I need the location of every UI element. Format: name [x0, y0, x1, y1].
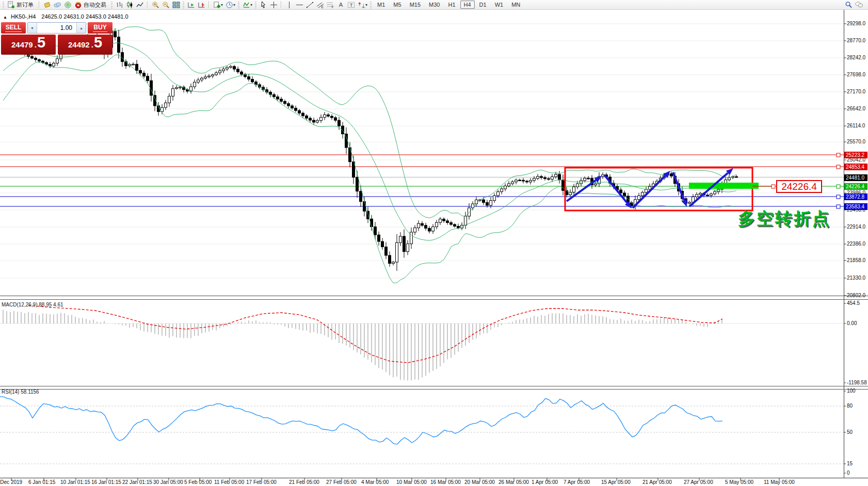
candle: [443, 217, 445, 222]
axis-tick-label: 21858.0: [847, 257, 865, 263]
timeframe-button-m15[interactable]: M15: [406, 1, 424, 9]
timeframe-button-h4[interactable]: H4: [460, 1, 475, 9]
sell-button[interactable]: SELL: [1, 22, 26, 34]
period-icon[interactable]: [224, 1, 234, 9]
candle: [349, 142, 351, 167]
buy-price-pips: 5: [94, 35, 102, 50]
crosshair-icon[interactable]: [268, 1, 279, 9]
candle: [511, 180, 514, 185]
chart-symbol: HK50-,H4: [11, 13, 36, 20]
axis-tick-label: 28770.0: [847, 38, 865, 43]
candle: [688, 201, 691, 204]
candle: [522, 178, 525, 184]
chat-icon[interactable]: [854, 1, 864, 9]
sell-price-dot: .: [35, 40, 37, 49]
sell-price-tile[interactable]: 24479 . 5: [1, 35, 56, 55]
chevron-down-icon[interactable]: ▾: [233, 3, 235, 7]
candle: [378, 232, 380, 246]
vertical-line-icon[interactable]: [284, 1, 294, 9]
timeframe-button-d1[interactable]: D1: [476, 1, 490, 9]
candle: [540, 175, 543, 180]
price-level-label: 24853.4: [844, 164, 867, 170]
auto-scroll-icon[interactable]: [186, 1, 196, 9]
notepad-icon[interactable]: [42, 1, 52, 9]
timeframe-button-mn[interactable]: MN: [508, 1, 524, 9]
time-axis-label: 27 Feb 05:00: [326, 479, 357, 485]
sell-price: 24479: [11, 40, 33, 49]
axis-tick-label: 21330.0: [847, 275, 865, 281]
timeframe-button-m1[interactable]: M1: [374, 1, 389, 9]
chevron-down-icon[interactable]: ▾: [221, 3, 223, 7]
radar-icon[interactable]: [62, 1, 73, 9]
candle: [710, 192, 713, 198]
equidistant-channel-icon[interactable]: E: [315, 1, 325, 9]
line-handle[interactable]: [837, 165, 840, 169]
candle: [493, 193, 496, 203]
timeframe-button-m30[interactable]: M30: [425, 1, 443, 9]
line-handle[interactable]: [837, 153, 840, 157]
candlestick-icon[interactable]: [124, 1, 135, 9]
new-order-icon[interactable]: [6, 1, 16, 9]
candle: [118, 30, 120, 59]
candle: [31, 54, 34, 59]
candle: [320, 115, 323, 123]
chevron-down-icon[interactable]: ▾: [250, 3, 252, 7]
text-icon[interactable]: A: [335, 1, 346, 9]
volume-increase-button[interactable]: ▲: [76, 23, 86, 33]
line-handle[interactable]: [837, 195, 840, 199]
axis-tick-label: 80: [847, 403, 853, 409]
timeframe-button-h1[interactable]: H1: [444, 1, 459, 9]
cursor-icon[interactable]: [258, 1, 268, 9]
autotrade-icon[interactable]: [73, 1, 83, 9]
horizontal-line-icon[interactable]: [294, 1, 304, 9]
buy-button[interactable]: BUY: [88, 22, 112, 34]
chart-shift-icon[interactable]: [196, 1, 206, 9]
template-icon[interactable]: [212, 1, 222, 9]
new-order-button[interactable]: 新订单: [17, 1, 34, 9]
ohlc-bars-icon[interactable]: [114, 1, 124, 9]
arrows-icon[interactable]: [356, 1, 366, 9]
trend-arrow[interactable]: [604, 175, 632, 208]
timeframe-button-w1[interactable]: W1: [491, 1, 507, 9]
tile-windows-icon[interactable]: [171, 1, 181, 9]
candle: [165, 100, 167, 110]
line-handle[interactable]: [837, 205, 840, 208]
autotrade-button[interactable]: 自动交易: [84, 1, 106, 9]
search-icon[interactable]: [843, 1, 854, 9]
volume-value[interactable]: 1.00: [37, 23, 76, 33]
line-handle[interactable]: [837, 185, 840, 188]
axis-tick-label: 27698.0: [847, 72, 865, 77]
time-axis-label: 10 Mar 05:00: [396, 479, 427, 485]
line-handle[interactable]: [771, 185, 775, 188]
trendline-icon[interactable]: [304, 1, 315, 9]
price-level-label: 25223.2: [844, 152, 867, 158]
text-label-icon[interactable]: T: [346, 1, 356, 9]
candle: [222, 67, 225, 73]
buy-price-tile[interactable]: 24492 . 5: [58, 35, 112, 55]
timeframe-button-m5[interactable]: M5: [390, 1, 405, 9]
candle: [244, 73, 247, 78]
candle: [194, 79, 196, 89]
zoom-out-icon[interactable]: [160, 1, 171, 9]
axis-tick-label: -1198.58: [847, 380, 867, 385]
fibonacci-icon[interactable]: F: [325, 1, 335, 9]
cloud-icon[interactable]: [52, 1, 62, 9]
candle: [410, 228, 413, 249]
volume-stepper: ▼ 1.00 ▲: [27, 22, 86, 34]
annotation-text-cn[interactable]: 多空转折点: [738, 207, 831, 231]
candle: [327, 113, 330, 118]
candle: [215, 71, 218, 76]
annotation-price-label[interactable]: 24226.4: [776, 180, 822, 193]
bollinger-band: [3, 27, 736, 218]
buy-price-dot: .: [91, 40, 93, 49]
chart-canvas[interactable]: [0, 0, 868, 486]
line-chart-icon[interactable]: [135, 1, 145, 9]
volume-decrease-button[interactable]: ▼: [28, 23, 37, 33]
candle: [266, 87, 268, 94]
one-click-trade-panel: SELL ▼ 1.00 ▲ BUY 24479 . 5 24492 . 5: [1, 22, 112, 55]
price-level-label: 23583.4: [844, 203, 867, 210]
green-bar-annotation[interactable]: [689, 183, 759, 189]
zoom-in-icon[interactable]: [150, 1, 160, 9]
chevron-down-icon[interactable]: ▾: [365, 3, 367, 7]
indicators-icon[interactable]: [241, 1, 251, 9]
